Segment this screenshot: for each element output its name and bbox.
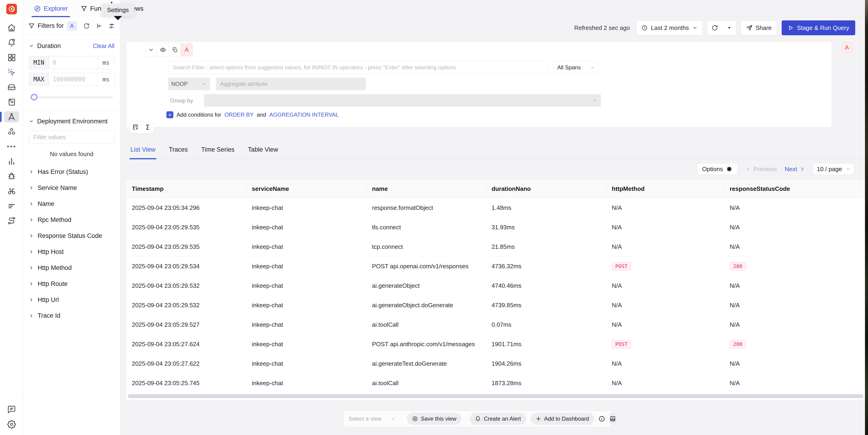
result-view-tab[interactable]: Time Series (201, 146, 235, 159)
duplicate-query-copy-icon[interactable] (169, 43, 181, 56)
query-channel-chip-right[interactable]: A (842, 42, 852, 53)
filter-section-row[interactable]: Trace Id (23, 308, 120, 324)
info-icon[interactable] (598, 415, 605, 422)
home-icon[interactable] (4, 22, 19, 33)
select-view-dropdown[interactable]: Select a view (349, 415, 399, 422)
traces-compass-icon[interactable] (4, 111, 19, 123)
billing-list-icon[interactable] (4, 200, 19, 211)
chevron-down-icon[interactable] (29, 43, 34, 48)
cell-timestamp: 2025-09-04 23:05:29.527 (126, 315, 246, 334)
integrations-route-icon[interactable] (4, 215, 19, 226)
http-method-text: N/A (612, 204, 622, 211)
previous-page-button[interactable]: Previous (745, 166, 777, 173)
aggregation-sigma-icon[interactable]: Σ (142, 121, 154, 133)
order-by-link[interactable]: ORDER BY (224, 111, 253, 118)
next-page-button[interactable]: Next (785, 166, 805, 173)
select-view-placeholder: Select a view (349, 415, 381, 422)
horizontal-scrollbar[interactable] (128, 394, 863, 398)
table-row[interactable]: 2025-09-04 23:05:29.535 inkeep-chat tls.… (126, 218, 865, 237)
onboarding-cursor-icon[interactable] (4, 67, 19, 78)
filter-section-row[interactable]: Http Route (23, 276, 120, 292)
chevron-down-icon[interactable] (29, 119, 34, 124)
column-header[interactable]: responseStatusCode (724, 180, 865, 198)
filter-section-row[interactable]: Has Error (Status) (23, 164, 120, 180)
share-button[interactable]: Share (741, 21, 777, 35)
create-alert-button[interactable]: Create an Alert (470, 413, 526, 425)
toggle-visibility-eye-icon[interactable] (157, 43, 169, 56)
table-row[interactable]: 2025-09-04 23:05:25.745 inkeep-chat ai.t… (126, 373, 865, 393)
add-to-dashboard-button[interactable]: Add to Dashboard (530, 413, 594, 425)
column-header[interactable]: durationNano (486, 180, 606, 198)
tab-explorer[interactable]: Explorer (34, 0, 68, 17)
more-ellipsis-icon[interactable]: ••• (4, 141, 19, 152)
table-row[interactable]: 2025-09-04 23:05:34.296 inkeep-chat resp… (126, 198, 865, 218)
clear-all-link[interactable]: Clear All (93, 43, 115, 49)
add-condition-plus-icon[interactable]: + (166, 111, 174, 118)
filter-section-row[interactable]: Name (23, 196, 120, 212)
duration-min-input[interactable] (49, 56, 97, 69)
query-builder-db-zap-icon[interactable] (129, 121, 142, 133)
services-cubes-icon[interactable] (4, 126, 19, 137)
cell-http-method: N/A (606, 373, 724, 393)
time-range-select[interactable]: Last 2 months (637, 21, 703, 35)
metrics-bar-chart-icon[interactable] (4, 156, 19, 167)
dashboards-grid-icon[interactable] (4, 52, 19, 63)
deployment-filter-input[interactable] (29, 131, 115, 143)
duration-range-slider[interactable] (30, 94, 113, 101)
plus-icon (535, 416, 541, 422)
page-size-select[interactable]: 10 / page (813, 163, 854, 175)
table-row[interactable]: 2025-09-04 23:05:29.532 inkeep-chat ai.g… (126, 296, 865, 315)
sync-refresh-icon[interactable] (83, 23, 90, 29)
column-header[interactable]: name (367, 180, 486, 198)
result-view-tab[interactable]: Table View (248, 146, 278, 159)
group-by-select[interactable] (204, 94, 601, 107)
filter-section-row[interactable]: Http Url (23, 292, 120, 308)
query-channel-badge[interactable]: A (181, 43, 193, 56)
collapse-panel-icon[interactable] (610, 413, 616, 424)
settings-gear-icon[interactable] (4, 419, 19, 430)
filter-section-row[interactable]: Rpc Method (23, 212, 120, 228)
collapse-panel-left-icon[interactable] (96, 23, 102, 29)
filter-section-row[interactable]: Http Host (23, 244, 120, 260)
result-view-tab[interactable]: List View (130, 146, 155, 159)
span-scope-select[interactable]: All Spans (554, 61, 598, 74)
alerts-bell-icon[interactable] (4, 37, 19, 48)
slider-handle[interactable] (31, 94, 38, 101)
table-row[interactable]: 2025-09-04 23:05:29.527 inkeep-chat ai.t… (126, 315, 865, 335)
column-header[interactable]: serviceName (246, 180, 367, 198)
page-size-value: 10 / page (817, 166, 842, 173)
refresh-icon[interactable] (707, 21, 722, 35)
table-row[interactable]: 2025-09-04 23:05:27.622 inkeep-chat ai.g… (126, 354, 865, 373)
infrastructure-drive-icon[interactable] (4, 81, 19, 93)
table-row[interactable]: 2025-09-04 23:05:29.532 inkeep-chat ai.g… (126, 276, 865, 296)
filters-channel-chip[interactable]: A (67, 21, 77, 31)
search-filter-input[interactable] (168, 61, 549, 74)
aggregation-interval-link[interactable]: AGGREGATION INTERVAL (270, 111, 339, 118)
cell-response-status: N/A (724, 354, 865, 373)
table-row[interactable]: 2025-09-04 23:05:29.535 inkeep-chat tcp.… (126, 237, 865, 257)
chevron-right-icon (29, 233, 34, 238)
result-view-tab[interactable]: Traces (169, 146, 188, 159)
column-header[interactable]: Timestamp (126, 180, 246, 198)
save-view-button[interactable]: Save this view (407, 413, 461, 425)
column-header[interactable]: httpMethod (606, 180, 724, 198)
filter-section-row[interactable]: Http Method (23, 260, 120, 276)
feedback-chat-icon[interactable] (4, 404, 19, 415)
filter-settings-sliders-icon[interactable] (108, 23, 115, 29)
aggregate-operator-select[interactable]: NOOP (168, 78, 210, 90)
exceptions-bug-icon[interactable] (4, 171, 19, 182)
logs-scroll-icon[interactable] (4, 96, 19, 108)
filter-section-row[interactable]: Service Name (23, 180, 120, 196)
table-row[interactable]: 2025-09-04 23:05:29.534 inkeep-chat POST… (126, 257, 865, 276)
duration-max-input[interactable] (49, 73, 97, 86)
stage-run-query-button[interactable]: Stage & Run Query (782, 21, 855, 35)
aggregate-attribute-input[interactable] (216, 78, 366, 90)
options-button[interactable]: Options (697, 163, 738, 175)
collapse-query-chevron-icon[interactable] (145, 43, 157, 56)
signoz-logo[interactable] (6, 4, 17, 14)
service-map-binoculars-icon[interactable] (4, 186, 19, 197)
filter-section-row[interactable]: Response Status Code (23, 228, 120, 244)
refresh-caret-icon[interactable] (722, 21, 736, 35)
http-method-text: N/A (612, 243, 622, 250)
table-row[interactable]: 2025-09-04 23:05:27.624 inkeep-chat POST… (126, 335, 865, 354)
